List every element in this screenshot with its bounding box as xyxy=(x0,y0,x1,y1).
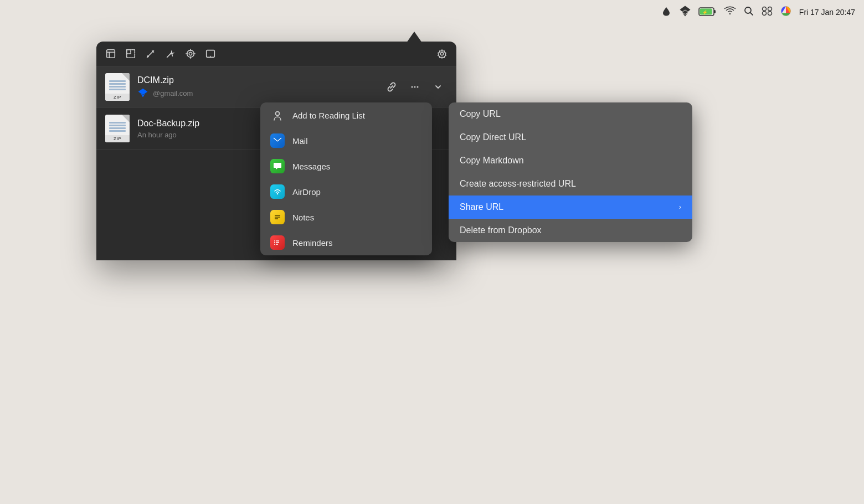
svg-point-6 xyxy=(762,7,766,11)
svg-point-19 xyxy=(189,52,192,55)
reading-list-label: Add to Reading List xyxy=(292,111,365,120)
svg-point-18 xyxy=(187,50,194,58)
svg-point-43 xyxy=(274,242,275,243)
file-icon-dcim: ZIP xyxy=(105,73,130,101)
more-options-icon[interactable] xyxy=(405,78,424,96)
chevron-down-icon[interactable] xyxy=(429,78,448,96)
svg-point-9 xyxy=(768,12,772,16)
reading-list-item[interactable]: Add to Reading List xyxy=(260,102,432,128)
search-spotlight-icon[interactable] xyxy=(744,6,754,19)
copy-markdown-item[interactable]: Copy Markdown xyxy=(449,149,692,172)
toolbar xyxy=(96,42,456,66)
svg-point-7 xyxy=(768,7,772,11)
messages-icon xyxy=(270,159,285,173)
wifi-icon xyxy=(724,6,736,18)
mail-label: Mail xyxy=(292,136,308,146)
dropbox-brand-icon xyxy=(137,88,148,99)
messages-item[interactable]: Messages xyxy=(260,153,432,179)
svg-rect-1 xyxy=(714,10,716,13)
copy-markdown-label: Copy Markdown xyxy=(460,156,681,166)
link-icon[interactable] xyxy=(382,78,401,96)
share-submenu: Add to Reading List Mail Messages xyxy=(260,102,432,255)
tablet-icon[interactable] xyxy=(205,48,216,59)
svg-point-42 xyxy=(274,240,275,241)
control-center-icon[interactable] xyxy=(762,6,773,18)
reminders-label: Reminders xyxy=(292,238,333,248)
svg-point-8 xyxy=(762,12,766,16)
target-icon[interactable] xyxy=(185,48,196,59)
drop-icon[interactable] xyxy=(661,6,672,19)
create-restricted-url-label: Create access-restricted URL xyxy=(460,179,681,189)
messages-label: Messages xyxy=(292,162,330,171)
file-info-dcim: DCIM.zip @gmail.com xyxy=(137,75,374,99)
magic-icon[interactable] xyxy=(165,48,176,59)
file-time-doc-backup: An hour ago xyxy=(137,131,177,139)
copy-direct-url-label: Copy Direct URL xyxy=(460,132,681,142)
notes-label: Notes xyxy=(292,213,314,222)
file-actions-dcim xyxy=(382,78,448,96)
svg-point-26 xyxy=(440,52,443,55)
airdrop-item[interactable]: AirDrop xyxy=(260,179,432,204)
battery-icon: ⚡ xyxy=(698,7,716,18)
file-name-dcim: DCIM.zip xyxy=(137,75,374,85)
delete-from-dropbox-label: Delete from Dropbox xyxy=(460,225,681,235)
svg-point-31 xyxy=(276,112,280,116)
menubar: ⚡ Fri 17 Jan xyxy=(0,0,864,24)
notes-item[interactable]: Notes xyxy=(260,204,432,230)
edit-icon[interactable] xyxy=(105,48,116,59)
mail-item[interactable]: Mail xyxy=(260,128,432,153)
reading-list-icon xyxy=(270,108,285,122)
file-meta-dcim: @gmail.com xyxy=(137,88,374,99)
svg-text:⚡: ⚡ xyxy=(702,9,708,15)
airdrop-icon xyxy=(270,184,285,199)
settings-icon[interactable] xyxy=(436,48,448,59)
svg-rect-12 xyxy=(107,50,115,58)
file-account-dcim: @gmail.com xyxy=(153,89,193,97)
file-item-dcim[interactable]: ZIP DCIM.zip @gmail.com xyxy=(96,66,456,108)
svg-point-25 xyxy=(210,56,211,57)
svg-line-5 xyxy=(750,12,753,15)
svg-rect-15 xyxy=(127,50,131,54)
file-icon-doc-backup: ZIP xyxy=(105,115,130,142)
mail-icon xyxy=(270,133,285,148)
url-options-menu: Copy URL Copy Direct URL Copy Markdown C… xyxy=(449,102,692,242)
notes-icon xyxy=(270,210,285,224)
create-restricted-url-item[interactable]: Create access-restricted URL xyxy=(449,172,692,196)
svg-point-29 xyxy=(417,86,419,88)
reminders-item[interactable]: Reminders xyxy=(260,230,432,255)
svg-point-44 xyxy=(274,244,275,245)
pen-icon[interactable] xyxy=(145,48,156,59)
dropbox-status-icon[interactable] xyxy=(680,6,691,19)
copy-url-label: Copy URL xyxy=(460,109,681,119)
share-url-item[interactable]: Share URL › xyxy=(449,196,692,219)
selection-icon[interactable] xyxy=(125,48,136,59)
svg-point-28 xyxy=(414,86,416,88)
appearance-icon[interactable] xyxy=(780,6,791,19)
delete-from-dropbox-item[interactable]: Delete from Dropbox xyxy=(449,219,692,242)
copy-url-item[interactable]: Copy URL xyxy=(449,102,692,126)
menubar-datetime: Fri 17 Jan 20:47 xyxy=(799,8,855,17)
copy-direct-url-item[interactable]: Copy Direct URL xyxy=(449,126,692,149)
reminders-icon xyxy=(270,235,285,250)
svg-point-27 xyxy=(412,86,413,88)
share-url-label: Share URL xyxy=(460,202,679,212)
share-url-chevron-icon: › xyxy=(679,203,681,211)
airdrop-label: AirDrop xyxy=(292,187,321,197)
